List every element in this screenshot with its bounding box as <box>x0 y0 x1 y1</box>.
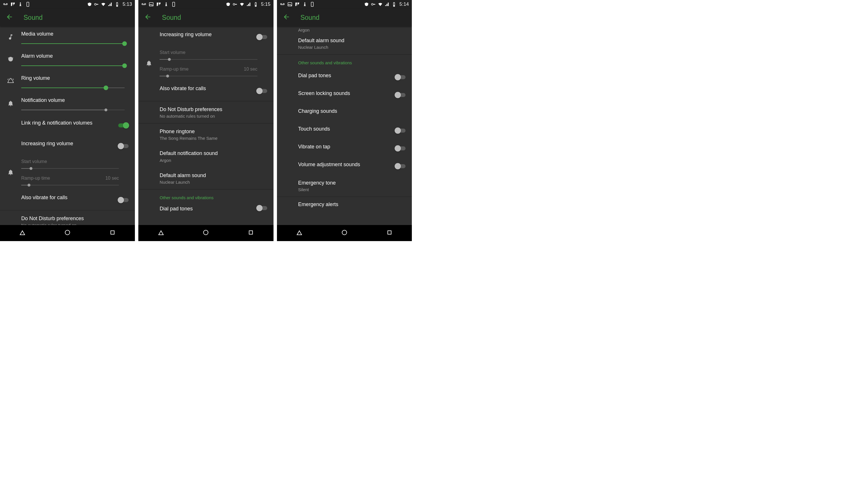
ramp-up-time-label: Ramp-up time <box>160 67 188 72</box>
back-button[interactable] <box>283 13 290 22</box>
ringtone-subtitle: The Song Remains The Same <box>160 136 268 141</box>
also-vibrate-switch[interactable] <box>256 87 268 94</box>
signal-icon <box>108 2 113 7</box>
bell-ring-icon <box>7 169 14 177</box>
dnd-row[interactable]: Do Not Disturb preferences No automatic … <box>138 101 273 123</box>
vibrate-on-tap-switch[interactable] <box>395 145 406 152</box>
alarm-sound-row[interactable]: Default alarm sound Nuclear Launch <box>277 32 412 55</box>
dial-pad-tones-switch[interactable] <box>395 73 406 80</box>
nav-recents-button[interactable] <box>109 229 116 237</box>
alarm-sound-row[interactable]: Default alarm sound Nuclear Launch <box>138 167 273 189</box>
alarm-sound-title: Default alarm sound <box>298 37 406 44</box>
link-volumes-label: Link ring & notification volumes <box>21 119 112 126</box>
ring-volume-slider[interactable] <box>21 86 125 90</box>
other-sounds-header: Other sounds and vibrations <box>160 189 273 203</box>
emergency-tone-row[interactable]: Emergency tone Silent <box>277 175 412 197</box>
also-vibrate-label: Also vibrate for calls <box>160 85 250 92</box>
increasing-ring-label: Increasing ring volume <box>21 140 112 147</box>
battery-icon <box>392 2 397 7</box>
dnd-title: Do Not Disturb preferences <box>160 106 268 113</box>
increasing-ring-label: Increasing ring volume <box>160 31 250 38</box>
nav-home-button[interactable] <box>202 229 209 237</box>
image-icon <box>287 2 292 7</box>
also-vibrate-row[interactable]: Also vibrate for calls <box>138 80 273 101</box>
ramp-up-time-value: 10 sec <box>244 67 257 72</box>
ramp-up-time-slider <box>21 183 119 187</box>
page-title: Sound <box>162 14 181 22</box>
bell-ring-icon <box>146 60 152 68</box>
link-volumes-row[interactable]: Link ring & notification volumes <box>0 115 135 135</box>
wifi-icon <box>378 2 383 7</box>
back-button[interactable] <box>6 13 13 22</box>
leaf-icon <box>164 2 169 7</box>
media-volume-slider[interactable] <box>21 42 125 46</box>
clock: 5:13 <box>123 2 132 7</box>
touch-sounds-row[interactable]: Touch sounds <box>277 121 412 139</box>
wifi-icon <box>101 2 106 7</box>
volume-adjustment-sounds-row[interactable]: Volume adjustment sounds <box>277 157 412 175</box>
page-title: Sound <box>300 14 320 22</box>
notification-volume-label: Notification volume <box>21 97 125 103</box>
ringtone-title: Phone ringtone <box>160 128 268 135</box>
vf-icon <box>156 2 161 7</box>
signal-icon <box>246 2 251 7</box>
nav-home-button[interactable] <box>341 229 348 237</box>
status-bar: 5:14 <box>277 0 412 9</box>
touch-sounds-label: Touch sounds <box>298 125 395 133</box>
increasing-ring-row[interactable]: Increasing ring volume <box>0 135 135 156</box>
phone-icon <box>310 2 315 7</box>
alarm-volume-label: Alarm volume <box>21 53 125 59</box>
ramp-up-time-label: Ramp-up time <box>21 176 50 181</box>
volume-adjustment-sounds-switch[interactable] <box>395 162 406 169</box>
dial-pad-tones-label: Dial pad tones <box>298 72 395 79</box>
ringtone-row[interactable]: Phone ringtone The Song Remains The Same <box>138 123 273 145</box>
screenshot-1: 5:13 Sound Media volume Alarm volume Rin… <box>0 0 135 241</box>
charging-sounds-label: Charging sounds <box>298 108 412 115</box>
alarm-status-icon <box>226 2 231 7</box>
battery-icon <box>114 2 120 7</box>
dial-pad-tones-row[interactable]: Dial pad tones <box>277 68 412 86</box>
increasing-ring-row[interactable]: Increasing ring volume <box>138 26 273 47</box>
nav-recents-button[interactable] <box>247 229 254 237</box>
notification-sound-title: Default notification sound <box>160 150 268 157</box>
dnd-row[interactable]: Do Not Disturb preferences No automatic … <box>0 210 135 225</box>
other-sounds-header: Other sounds and vibrations <box>298 55 412 68</box>
notification-sound-row[interactable]: Default notification sound Argon <box>138 145 273 167</box>
leaf-icon <box>302 2 308 7</box>
media-volume-label: Media volume <box>21 31 125 37</box>
dial-pad-tones-row[interactable]: Dial pad tones <box>138 203 273 213</box>
notification-sound-subtitle-tail: Argon <box>298 28 406 32</box>
back-button[interactable] <box>144 13 152 22</box>
signal-icon <box>385 2 390 7</box>
nav-home-button[interactable] <box>64 229 71 237</box>
dial-pad-tones-switch[interactable] <box>256 204 268 211</box>
nav-back-button[interactable] <box>19 229 26 237</box>
increasing-ring-switch[interactable] <box>256 33 268 40</box>
nav-recents-button[interactable] <box>386 229 393 237</box>
increasing-ring-switch[interactable] <box>118 142 129 149</box>
nav-back-button[interactable] <box>296 229 303 237</box>
also-vibrate-row[interactable]: Also vibrate for calls <box>0 189 135 210</box>
phone-icon <box>25 2 30 7</box>
emergency-alerts-row[interactable]: Emergency alerts <box>277 197 412 209</box>
app-bar: Sound <box>277 9 412 26</box>
status-bar: 5:15 <box>138 0 273 9</box>
alarm-volume-slider[interactable] <box>21 64 125 68</box>
touch-sounds-switch[interactable] <box>395 127 406 134</box>
nav-back-button[interactable] <box>158 229 164 237</box>
ramp-up-time-slider <box>160 74 257 78</box>
screen-locking-sounds-switch[interactable] <box>395 91 406 98</box>
vibrate-on-tap-row[interactable]: Vibrate on tap <box>277 139 412 157</box>
also-vibrate-switch[interactable] <box>118 196 129 203</box>
charging-sounds-row[interactable]: Charging sounds <box>277 104 412 121</box>
screen-locking-sounds-row[interactable]: Screen locking sounds <box>277 86 412 104</box>
clock: 5:15 <box>261 2 271 7</box>
screenshot-2: 5:15 Sound Increasing ring volume Start … <box>138 0 273 241</box>
link-volumes-switch[interactable] <box>118 122 129 128</box>
key-icon <box>232 2 238 7</box>
phone-icon <box>171 2 176 7</box>
alarm-status-icon <box>364 2 369 7</box>
dnd-subtitle: No automatic rules turned on <box>21 223 129 225</box>
ring-volume-label: Ring volume <box>21 75 125 81</box>
clock: 5:14 <box>399 2 409 7</box>
